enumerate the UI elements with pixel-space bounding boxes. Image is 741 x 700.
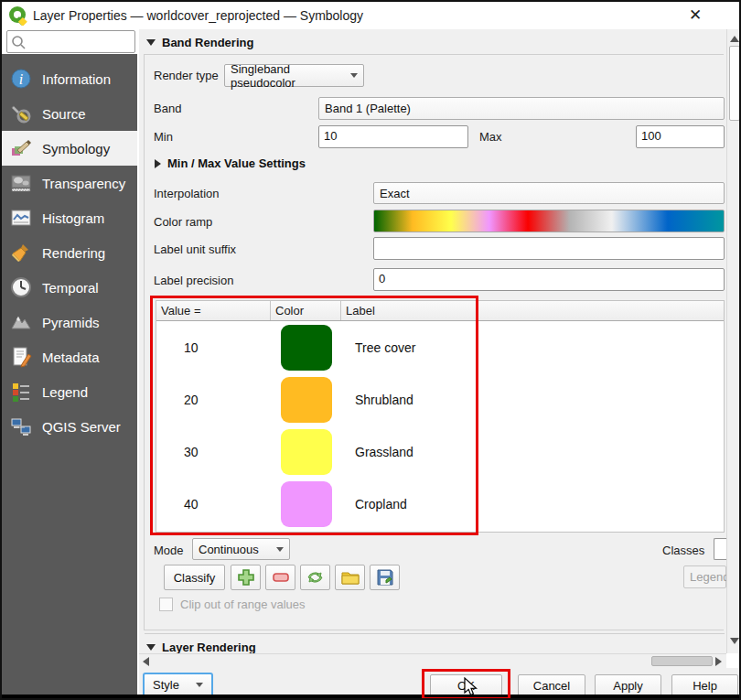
- refresh-colors-button[interactable]: [300, 565, 330, 590]
- sidebar-item-source[interactable]: Source: [2, 96, 137, 131]
- label-precision-input[interactable]: 0: [373, 268, 725, 291]
- svg-text:i: i: [19, 71, 23, 87]
- color-swatch[interactable]: [281, 377, 332, 423]
- classify-button[interactable]: Classify: [164, 565, 225, 590]
- clip-out-of-range-checkbox: Clip out of range values: [159, 598, 306, 611]
- sidebar-item-label: Pyramids: [42, 315, 100, 330]
- label-unit-suffix-input[interactable]: [373, 237, 725, 260]
- label-unit-suffix-label: Label unit suffix: [154, 242, 236, 256]
- table-row[interactable]: 20 Shrubland: [156, 373, 724, 425]
- classification-table: Value = Color Label 10 Tree cover 20 Shr…: [156, 300, 725, 533]
- sidebar-item-transparency[interactable]: Transparency: [2, 166, 137, 200]
- sidebar-item-legend[interactable]: Legend: [2, 374, 137, 409]
- chevron-down-icon: [276, 547, 284, 552]
- temporal-icon: [8, 275, 34, 300]
- min-label: Min: [154, 130, 173, 144]
- interpolation-select[interactable]: Exact: [373, 182, 725, 204]
- sidebar-item-label: Metadata: [42, 350, 100, 365]
- mode-value: Continuous: [199, 543, 259, 556]
- max-input[interactable]: 100: [636, 125, 725, 148]
- value-cell[interactable]: 40: [156, 497, 271, 512]
- style-button-label: Style: [153, 678, 179, 692]
- color-ramp-button[interactable]: [373, 210, 725, 232]
- classify-label: Classify: [174, 571, 216, 585]
- column-header-label[interactable]: Label: [341, 301, 724, 320]
- add-entry-button[interactable]: [231, 565, 261, 590]
- column-header-value[interactable]: Value =: [156, 301, 271, 320]
- help-button-label: Help: [693, 679, 717, 693]
- rendering-icon: [8, 240, 34, 265]
- layer-properties-dialog: Layer Properties — worldcover_reprojecte…: [0, 0, 741, 700]
- label-cell[interactable]: Tree cover: [341, 340, 724, 355]
- sidebar-item-symbology[interactable]: Symbology: [2, 131, 137, 166]
- qgis-server-icon: [8, 414, 34, 439]
- save-color-map-button[interactable]: [370, 565, 400, 590]
- chevron-down-icon: [196, 683, 203, 687]
- band-value: Band 1 (Palette): [325, 102, 411, 115]
- scroll-left-icon[interactable]: [143, 657, 149, 666]
- sidebar-item-metadata[interactable]: Metadata: [2, 339, 137, 374]
- sidebar-item-label: Temporal: [42, 280, 99, 296]
- render-type-select[interactable]: Singleband pseudocolor: [224, 64, 364, 87]
- symbology-icon: [8, 135, 34, 161]
- legend-button-label: Legend: [690, 570, 729, 584]
- interpolation-label: Interpolation: [154, 187, 220, 200]
- sidebar-item-qgis-server[interactable]: QGIS Server: [2, 409, 137, 444]
- layer-rendering-header[interactable]: Layer Rendering: [146, 641, 256, 654]
- band-rendering-header[interactable]: Band Rendering: [146, 36, 253, 49]
- pyramids-icon: [8, 309, 34, 335]
- sidebar-item-information[interactable]: i Information: [2, 61, 137, 96]
- value-cell[interactable]: 30: [156, 445, 271, 459]
- minus-icon: [273, 573, 289, 582]
- collapse-triangle-icon: [146, 39, 156, 46]
- label-cell[interactable]: Grassland: [341, 445, 724, 459]
- color-swatch[interactable]: [281, 325, 332, 371]
- load-color-map-button[interactable]: [335, 565, 365, 590]
- source-icon: [8, 101, 34, 126]
- label-cell[interactable]: Shrubland: [341, 393, 724, 407]
- horizontal-scrollbar[interactable]: [139, 653, 726, 668]
- value-cell[interactable]: 20: [156, 393, 271, 407]
- interpolation-value: Exact: [380, 187, 410, 200]
- remove-entry-button[interactable]: [265, 565, 295, 590]
- sidebar-item-rendering[interactable]: Rendering: [2, 235, 137, 270]
- max-label: Max: [479, 130, 502, 144]
- legend-settings-button[interactable]: Legend: [683, 565, 726, 588]
- chevron-down-icon: [350, 73, 358, 78]
- sidebar: i Information Source Symbology Transpare…: [2, 54, 137, 695]
- min-input[interactable]: 10: [318, 125, 468, 148]
- scroll-right-icon[interactable]: [715, 657, 722, 666]
- vertical-scrollbar[interactable]: [726, 29, 741, 653]
- mode-select[interactable]: Continuous: [192, 538, 290, 560]
- collapse-triangle-icon: [146, 644, 156, 651]
- scroll-up-icon[interactable]: [730, 36, 739, 42]
- vertical-scroll-thumb[interactable]: [729, 46, 740, 121]
- table-row[interactable]: 40 Cropland: [156, 478, 724, 530]
- table-row[interactable]: 10 Tree cover: [156, 321, 724, 373]
- search-input[interactable]: [6, 30, 135, 53]
- minmax-settings-header[interactable]: Min / Max Value Settings: [155, 156, 306, 170]
- style-button[interactable]: Style: [143, 673, 213, 697]
- scroll-down-icon[interactable]: [730, 638, 739, 644]
- cancel-button-label: Cancel: [533, 679, 570, 693]
- dialog-bottom-border: [2, 695, 739, 698]
- transparency-icon: [8, 170, 34, 196]
- table-row[interactable]: 30 Grassland: [156, 425, 724, 478]
- sidebar-item-label: Transparency: [42, 176, 125, 191]
- color-swatch[interactable]: [281, 481, 332, 527]
- column-header-color[interactable]: Color: [271, 301, 341, 320]
- color-swatch[interactable]: [281, 429, 332, 475]
- sidebar-item-label: Rendering: [42, 245, 105, 261]
- band-select[interactable]: Band 1 (Palette): [318, 97, 725, 120]
- close-icon[interactable]: ✕: [684, 5, 706, 26]
- label-precision-label: Label precision: [154, 274, 233, 287]
- window-title: Layer Properties — worldcover_reprojecte…: [33, 8, 363, 23]
- sidebar-item-histogram[interactable]: Histogram: [2, 200, 137, 235]
- sidebar-item-pyramids[interactable]: Pyramids: [2, 305, 137, 339]
- label-cell[interactable]: Cropland: [341, 497, 724, 512]
- sidebar-item-temporal[interactable]: Temporal: [2, 270, 137, 305]
- value-cell[interactable]: 10: [156, 340, 271, 355]
- table-header-row: Value = Color Label: [156, 301, 724, 321]
- horizontal-scroll-thumb[interactable]: [651, 656, 713, 666]
- band-label: Band: [154, 102, 181, 115]
